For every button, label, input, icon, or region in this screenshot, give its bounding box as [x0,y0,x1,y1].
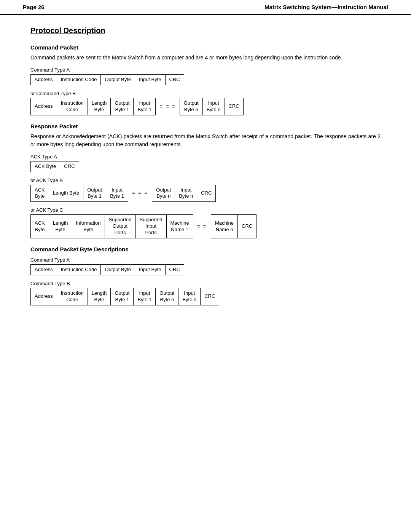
table-cell: ACK Byte [31,161,60,172]
table-cell: InputByte 1 [106,185,128,202]
table-cell: OutputByte 1 [83,185,106,202]
table-cell: CRC [165,75,184,85]
table-cell: InputByte n [202,98,225,115]
table-cell: InstructionCode [57,98,88,115]
cmd-desc-type-a-label: Command Type A [30,257,381,263]
table-cell: Output Byte [101,265,135,275]
cmd-desc-type-b-label: Command Type B [30,281,381,286]
response-packet-section: Response Packet Response or Acknowledgem… [30,123,381,238]
table-cell: OutputByte 1 [111,288,134,305]
supported-output-ports-cell: SupportedOutputPorts [105,215,135,238]
table-cell: CRC [165,265,184,275]
table-cell: CRC [238,215,256,238]
equals-separator: = = = [156,98,180,115]
command-packet-body: Command packets are sent to the Matrix S… [30,54,381,62]
document-title: Matrix Switching System—Instruction Manu… [264,4,388,10]
table-cell: CRC [60,161,79,172]
equals-separator: = = = [128,185,152,202]
cmd-desc-type-a-table: Address Instruction Code Output Byte Inp… [30,264,184,275]
ack-type-a-label: ACK Type A [30,154,381,160]
table-cell: LengthByte [88,288,111,305]
equals-separator: = = [193,215,211,238]
table-cell: Address [31,265,57,275]
cmd-byte-desc-heading: Command Packet Byte Descriptions [30,246,381,252]
table-cell: OutputByte n [156,288,178,305]
table-cell: Instruction Code [57,265,101,275]
cmd-type-b-table: Address InstructionCode LengthByte Outpu… [30,98,244,115]
page-number: Page 26 [23,4,45,10]
command-packet-section: Command Packet Command packets are sent … [30,44,381,115]
table-cell: Instruction Code [57,75,101,85]
table-cell: CRC [197,185,216,202]
table-cell: MachineName 1 [166,215,193,238]
table-cell: Address [31,75,57,85]
table-cell: InputByte 1 [134,98,156,115]
page-header: Page 26 Matrix Switching System—Instruct… [0,0,411,15]
table-cell: InputByte 1 [134,288,156,305]
table-cell: CRC [201,288,219,305]
table-cell: MachineName n [211,215,237,238]
table-cell: InputByte n [175,185,197,202]
table-cell: Input Byte [135,265,166,275]
table-cell: Output Byte [101,75,135,85]
page-container: Page 26 Matrix Switching System—Instruct… [0,0,411,532]
table-cell: LengthByte [88,98,111,115]
ack-type-b-table: ACKByte Length Byte OutputByte 1 InputBy… [30,185,216,202]
table-cell: OutputByte 1 [111,98,134,115]
cmd-type-a-label: Command Type A [30,67,381,73]
table-cell: InstructionCode [57,288,88,305]
cmd-type-a-table: Address Instruction Code Output Byte Inp… [30,74,184,85]
table-cell: ACKByte [31,185,49,202]
main-content: Protocol Description Command Packet Comm… [0,15,411,330]
ack-type-c-table: ACKByte LengthByte InformationByte Suppo… [30,214,256,238]
information-byte-cell: InformationByte [72,215,105,238]
ack-type-b-label: or ACK Type B [30,177,381,183]
cmd-type-b-label: or Command Type B [30,91,381,96]
response-packet-body: Response or Acknowledgement (ACK) packet… [30,133,381,149]
table-cell: LengthByte [49,215,72,238]
ack-type-c-label: or ACK Type C [30,207,381,213]
table-cell: Address [31,288,57,305]
command-packet-heading: Command Packet [30,44,381,51]
table-cell: InputByte n [178,288,201,305]
table-cell: ACKByte [31,215,49,238]
table-cell: CRC [225,98,243,115]
table-cell: Length Byte [49,185,83,202]
table-cell: OutputByte n [180,98,202,115]
supported-input-ports-cell: SupportedInputPorts [135,215,166,238]
response-packet-heading: Response Packet [30,123,381,129]
cmd-desc-type-b-table: Address InstructionCode LengthByte Outpu… [30,288,219,305]
cmd-byte-desc-section: Command Packet Byte Descriptions Command… [30,246,381,305]
section-title: Protocol Description [30,26,381,35]
table-cell: Input Byte [135,75,166,85]
ack-type-a-table: ACK Byte CRC [30,161,79,172]
table-cell: Address [31,98,57,115]
table-cell: OutputByte n [152,185,175,202]
